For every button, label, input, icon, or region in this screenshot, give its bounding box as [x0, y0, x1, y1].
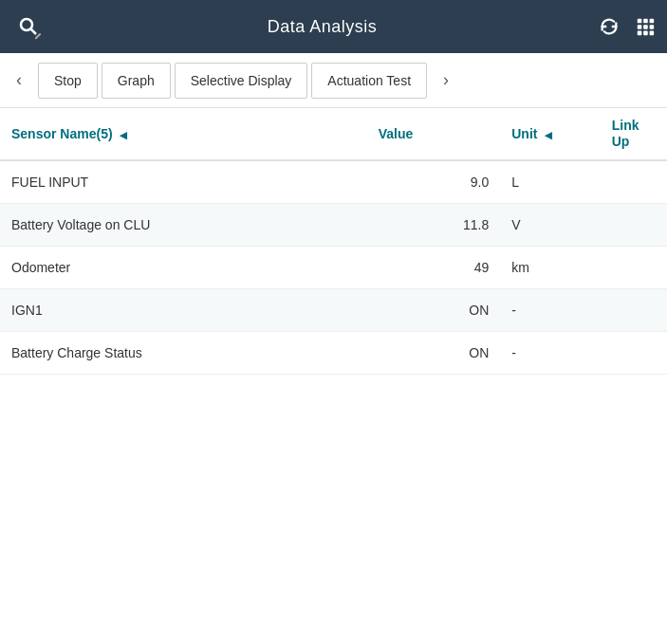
header: Data Analysis: [0, 0, 667, 53]
cell-sensor-name: Battery Charge Status: [0, 331, 367, 374]
column-header-sensor-name: Sensor Name(5) ◀: [0, 108, 367, 160]
cell-linkup: [601, 288, 667, 331]
actuation-test-button[interactable]: Actuation Test: [311, 63, 427, 99]
cell-unit: -: [500, 288, 600, 331]
cell-value: 11.8: [367, 203, 501, 246]
svg-rect-6: [643, 25, 648, 29]
svg-rect-10: [650, 31, 655, 36]
grid-icon[interactable]: [635, 16, 656, 37]
search-icon[interactable]: [11, 9, 46, 44]
cell-value: 9.0: [367, 160, 501, 204]
unit-sort-arrow-icon[interactable]: ◀: [545, 130, 552, 140]
unit-header-text: Unit: [511, 126, 537, 141]
refresh-icon[interactable]: [599, 16, 620, 37]
table-wrapper: Sensor Name(5) ◀ Value Unit ◀ LinkUp FUE…: [0, 108, 667, 375]
table-row: Odometer49km: [0, 246, 667, 288]
graph-button[interactable]: Graph: [102, 63, 171, 99]
table-body: FUEL INPUT9.0LBattery Voltage on CLU11.8…: [0, 160, 667, 375]
svg-rect-2: [638, 19, 642, 24]
cell-linkup: [601, 203, 667, 246]
svg-rect-3: [643, 19, 648, 24]
app-container: Data Analysis: [0, 0, 667, 644]
cell-unit: V: [500, 203, 600, 246]
header-actions: [599, 16, 656, 37]
svg-rect-7: [650, 25, 655, 29]
nav-back-button[interactable]: ‹: [4, 63, 34, 99]
column-header-linkup: LinkUp: [601, 108, 667, 160]
table-row: FUEL INPUT9.0L: [0, 160, 667, 204]
nav-forward-button[interactable]: ›: [431, 63, 461, 99]
svg-rect-4: [650, 19, 655, 24]
table-header-row: Sensor Name(5) ◀ Value Unit ◀ LinkUp: [0, 108, 667, 160]
sort-arrow-icon[interactable]: ◀: [120, 130, 127, 140]
svg-rect-9: [643, 31, 648, 36]
cell-unit: km: [500, 246, 600, 288]
cell-value: ON: [367, 288, 501, 331]
cell-value: ON: [367, 331, 501, 374]
stop-button[interactable]: Stop: [38, 63, 98, 99]
column-header-value: Value: [367, 108, 501, 160]
svg-line-1: [31, 29, 37, 35]
svg-rect-5: [638, 25, 642, 29]
table-row: Battery Charge StatusON-: [0, 331, 667, 374]
header-title: Data Analysis: [268, 17, 378, 37]
table-row: IGN1ON-: [0, 288, 667, 331]
data-table: Sensor Name(5) ◀ Value Unit ◀ LinkUp FUE…: [0, 108, 667, 375]
cell-value: 49: [367, 246, 501, 288]
cell-unit: L: [500, 160, 600, 204]
cell-linkup: [601, 246, 667, 288]
cell-linkup: [601, 160, 667, 204]
toolbar: ‹ Stop Graph Selective Display Actuation…: [0, 53, 667, 108]
svg-point-0: [21, 19, 32, 30]
table-row: Battery Voltage on CLU11.8V: [0, 203, 667, 246]
cell-sensor-name: Battery Voltage on CLU: [0, 203, 367, 246]
column-header-unit: Unit ◀: [500, 108, 600, 160]
cell-unit: -: [500, 331, 600, 374]
svg-rect-8: [638, 31, 642, 36]
cell-sensor-name: Odometer: [0, 246, 367, 288]
selective-display-button[interactable]: Selective Display: [175, 63, 308, 99]
cell-linkup: [601, 331, 667, 374]
cell-sensor-name: FUEL INPUT: [0, 160, 367, 204]
cell-sensor-name: IGN1: [0, 288, 367, 331]
